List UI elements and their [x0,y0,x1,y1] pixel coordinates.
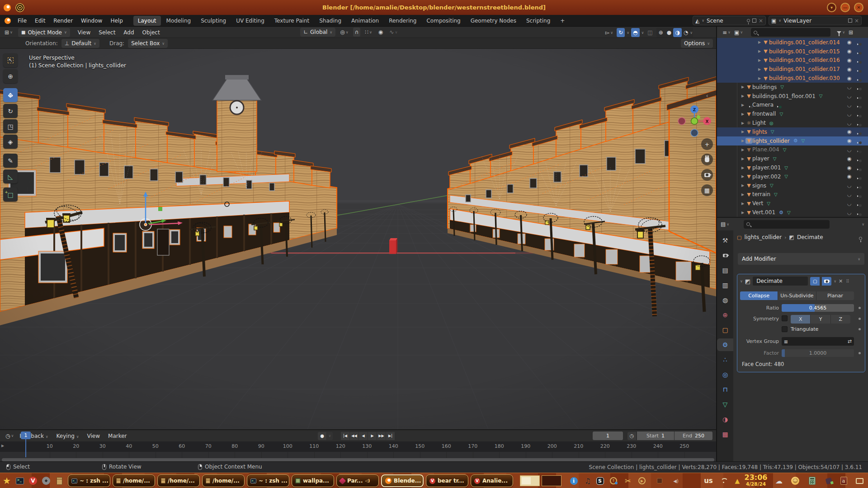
shading-wireframe-button[interactable]: ⊕ [657,28,665,37]
eye-closed-icon[interactable]: ◡ [847,192,852,197]
clock-tower[interactable] [212,75,261,172]
window-titlebar[interactable]: Blender [/home/amalie/Desktop/blender/we… [0,0,868,15]
expand-arrow-icon[interactable]: ▶ [740,157,745,161]
world-properties-tab[interactable]: ⊕ [717,309,733,321]
outliner-row[interactable]: ▶▼lights_collider⚙▽◉ [717,136,868,145]
drag-mode-dropdown[interactable]: Select Box∨ [128,39,168,48]
outliner-row[interactable]: ▶☼Light◎◡ [717,118,868,127]
play-button[interactable]: ▶ [368,432,377,440]
physics-properties-tab[interactable]: ◎ [717,368,733,381]
decimate-mode-collapse[interactable]: Collapse [740,291,778,300]
prev-keyframe-button[interactable]: ◀◀ [350,432,359,440]
timeline-scrollbar[interactable] [2,458,714,461]
scene-properties-tab[interactable]: ◍ [717,294,733,306]
new-viewlayer-icon[interactable] [848,19,852,23]
viewport-menu-add[interactable]: Add [119,28,138,38]
workspace-tab-geometry-nodes[interactable]: Geometry Nodes [466,16,521,26]
constraints-properties-tab[interactable]: ⊓ [717,383,733,396]
add-modifier-button[interactable]: Add Modifier∨ [738,253,864,265]
symmetry-checkbox[interactable] [782,315,788,321]
object-visibility-dropdown[interactable]: ▻∨ [604,28,615,37]
animate-dot[interactable] [859,318,861,320]
outliner-row[interactable]: ▶▼player.002▽◉ [717,172,868,181]
expand-arrow-icon[interactable]: ▶ [757,40,762,44]
taskbar-window-button[interactable]: VAnalie... [471,474,513,487]
expand-arrow-icon[interactable]: ▶ [740,139,745,143]
particles-properties-tab[interactable]: ∴ [717,353,733,366]
eye-open-icon[interactable]: ◉ [847,129,852,135]
delete-modifier-button[interactable]: ✕ [839,278,843,284]
shading-rendered-button[interactable]: ◔ [682,28,690,37]
timeline-ruler[interactable]: ▶ 10203040506070809010011012013014015016… [0,441,716,452]
show-overlays-toggle[interactable]: ◓ [631,28,639,37]
pin-id-icon[interactable] [859,237,862,240]
outliner-row[interactable]: ▶Camera◡ [717,101,868,110]
info-tray-icon[interactable]: i [569,476,579,485]
speaker-tray-icon[interactable]: ◀) [671,476,681,485]
workspace-tab-+[interactable]: + [556,16,569,26]
auto-keying-toggle[interactable]: ● [318,432,326,440]
outliner-row[interactable]: ▶▼buildings▽◡ [717,83,868,92]
eye-open-icon[interactable]: ◉ [847,75,852,81]
scissors-tray-icon[interactable]: ✂ [623,476,633,485]
animate-dot[interactable] [859,328,861,330]
taskbar-window-button[interactable]: wallpa... [292,474,334,487]
eye-open-icon[interactable]: ◉ [847,57,852,63]
snap-to-dropdown[interactable]: ∷∨ [363,28,374,37]
transform-tool[interactable]: ◈ [3,135,18,149]
outliner-row[interactable]: ▶▼terrain▽◡ [717,190,868,199]
workspace-pager-cell[interactable] [520,475,540,486]
outliner-filter-dropdown[interactable]: ▣∨ [732,28,745,37]
timeline-editor-type-button[interactable]: ◷∨ [4,432,15,441]
workspace-tab-layout[interactable]: Layout [133,16,161,26]
zoom-view-button[interactable]: + [701,138,713,150]
modifier-name-field[interactable]: Decimate [753,277,808,286]
orientation-default-dropdown[interactable]: ⊥ Default∨ [61,39,99,48]
viewport-menu-view[interactable]: View [74,28,94,38]
animate-dot[interactable] [859,307,861,309]
texture-properties-tab[interactable]: ▩ [717,428,733,441]
playhead-line[interactable] [25,439,26,457]
play-tray-icon[interactable]: ▶ [637,476,647,485]
menu-edit[interactable]: Edit [31,16,49,26]
expand-arrow-icon[interactable]: ▶ [740,192,745,197]
scale-tool[interactable]: ◳ [3,119,18,133]
expand-arrow-icon[interactable]: ▶ [740,166,745,170]
outliner-row[interactable]: ▶▼buildings.001_collider.016◉ [717,56,868,65]
wifi-tray-icon[interactable] [719,476,729,485]
shading-material-button[interactable]: ◑ [673,28,681,37]
workspace-tab-compositing[interactable]: Compositing [422,16,465,26]
workspace-tab-animation[interactable]: Animation [347,16,383,26]
show-desktop-tray-icon[interactable] [854,476,864,485]
dictionary-tray-icon[interactable]: a [839,476,849,485]
options-dropdown[interactable]: Options∨ [681,39,713,48]
expand-triangle-tray-icon[interactable]: ▲ [732,476,742,485]
outliner-display-mode-dropdown[interactable]: ≡∨ [721,28,732,37]
media-player-launcher[interactable] [40,475,52,487]
expand-arrow-icon[interactable]: ▶ [740,112,745,116]
expand-arrow-icon[interactable]: ▶ [757,49,762,53]
show-render-toggle[interactable] [822,277,831,286]
current-frame-field[interactable]: 1 [593,432,623,440]
eye-closed-icon[interactable]: ◡ [847,93,852,99]
expand-arrow-icon[interactable]: ▶ [740,202,745,206]
outliner-row[interactable]: ▶▼buildings.001_collider.017◉ [717,65,868,74]
collapse-panel-arrow[interactable]: ‹ [701,89,713,101]
keying-set-dropdown[interactable]: ∨ [327,432,333,440]
outliner-row[interactable]: ▶▼player▽◉ [717,154,868,163]
frame-end-field[interactable]: End250 [675,432,712,440]
skype-tray-icon[interactable]: S [595,476,605,485]
new-collection-button[interactable]: ⊞ [847,28,855,37]
eye-open-icon[interactable]: ◉ [847,165,852,171]
navigation-gizmo[interactable]: Z X [677,103,712,137]
expand-channels-arrow[interactable]: ▶ [1,444,4,448]
breadcrumb-object[interactable]: lights_collider [744,234,782,240]
clock-widget[interactable]: 23:064/28/24 [741,474,770,487]
cursor-tool[interactable]: ⊕ [3,69,18,83]
show-gizmo-toggle[interactable]: ↻ [617,28,625,37]
vivaldi-launcher[interactable]: V [27,475,39,487]
decimate-mode-planar[interactable]: Planar [816,291,854,300]
eye-closed-icon[interactable]: ◡ [847,183,852,188]
proportional-falloff-dropdown[interactable]: ∿∨ [387,28,399,37]
eye-closed-icon[interactable]: ◡ [847,147,852,153]
